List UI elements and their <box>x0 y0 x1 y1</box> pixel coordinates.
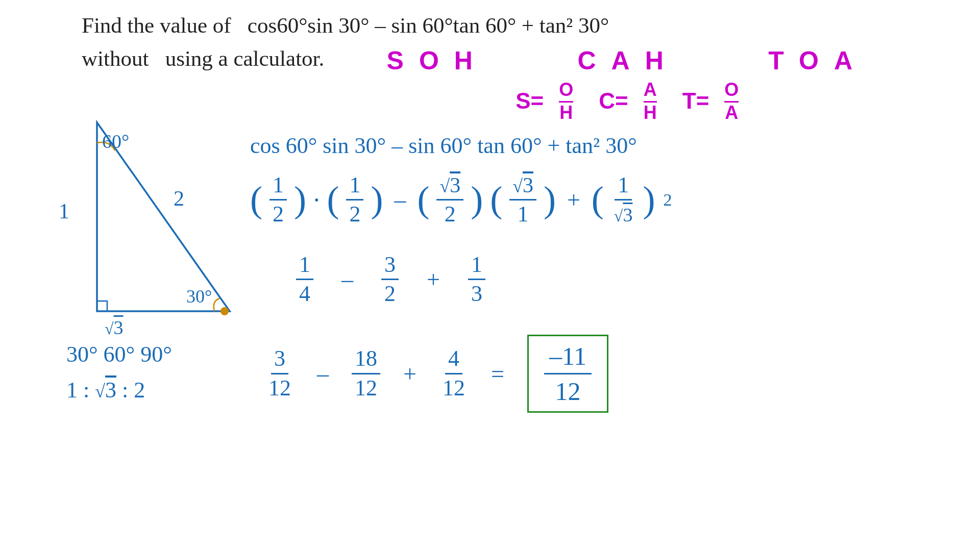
frac-num: √3 <box>436 173 463 201</box>
close-paren1: ) <box>294 183 306 216</box>
frac-sqrt3-1: √3 1 <box>509 173 536 227</box>
frac-num: 1 <box>615 173 632 201</box>
frac-den: 4 <box>296 280 313 306</box>
expression-line: cos 60° sin 30° – sin 60° tan 60° + tan²… <box>250 133 939 159</box>
sohcahtoa-row2: S= O H C= A H T= O A <box>387 80 868 122</box>
t-fraction: O A <box>724 80 739 122</box>
frac-den: 2 <box>442 201 459 227</box>
frac-4-12: 4 12 <box>439 346 468 400</box>
frac-den: 2 <box>381 280 399 306</box>
frac-3-2: 3 2 <box>381 253 399 307</box>
angle-60-label: 60° <box>102 130 129 153</box>
plus-op2: + <box>427 266 440 293</box>
substituted-line: ( 1 2 ) · ( 1 2 ) – ( √3 2 ) ( √3 <box>250 173 939 227</box>
ratio-angles: 30° 60° 90° <box>66 337 172 372</box>
t-denominator: A <box>725 103 738 123</box>
close-paren2: ) <box>371 183 383 216</box>
frac-num: 4 <box>445 346 462 374</box>
frac-3-12: 3 12 <box>265 346 294 400</box>
close-paren4: ) <box>544 183 556 216</box>
side-1-label: 1 <box>59 199 69 223</box>
result-denominator: 12 <box>555 374 580 406</box>
t-label: T= <box>682 88 709 114</box>
frac-den: 12 <box>352 374 380 400</box>
frac-num: 3 <box>381 253 399 280</box>
frac-num: 1 <box>270 173 287 201</box>
frac-num: 3 <box>271 346 288 374</box>
equals-op: = <box>491 360 504 387</box>
svg-point-1 <box>220 307 229 315</box>
frac-num: √3 <box>509 173 536 201</box>
frac-sqrt3-2: √3 2 <box>436 173 463 227</box>
s-denominator: H <box>559 103 573 123</box>
s-label: S= <box>516 88 544 114</box>
frac-num: 1 <box>346 173 363 201</box>
side-sqrt3-label: √3 <box>105 316 124 339</box>
open-paren1: ( <box>250 183 262 216</box>
minus-op3: – <box>317 360 329 387</box>
exponent-2: 2 <box>663 190 672 210</box>
frac-1-sqrt3: 1 √3 <box>611 173 636 227</box>
common-denominator-line: 3 12 – 18 12 + 4 12 = –11 12 <box>250 335 939 413</box>
frac-num: 18 <box>352 346 380 374</box>
frac-1-4: 1 4 <box>296 253 313 307</box>
frac-den: √3 <box>611 201 636 227</box>
c-denominator: H <box>644 103 657 123</box>
open-paren4: ( <box>490 183 502 216</box>
frac-1-2-b: 1 2 <box>346 173 363 227</box>
ratio-values: 1 : √3 : 2 <box>66 372 172 408</box>
open-paren3: ( <box>417 183 429 216</box>
c-numerator: A <box>644 80 657 103</box>
minus-op1: – <box>394 186 406 213</box>
close-paren3: ) <box>471 183 483 216</box>
s-numerator: O <box>559 80 573 103</box>
frac-den: 2 <box>346 201 363 227</box>
dot-operator: · <box>313 185 320 215</box>
open-paren5: ( <box>592 183 604 216</box>
minus-op2: – <box>341 266 353 293</box>
frac-den: 1 <box>514 201 532 227</box>
sohcahtoa-row1: SOH CAH TOA <box>387 46 868 76</box>
triangle-section: 60° 1 2 30° √3 <box>31 112 245 329</box>
open-paren2: ( <box>327 183 339 216</box>
angle-ratios: 30° 60° 90° 1 : √3 : 2 <box>66 337 172 409</box>
frac-den: 2 <box>270 201 287 227</box>
result-numerator: –11 <box>544 341 592 374</box>
c-label: C= <box>599 88 628 114</box>
frac-den: 12 <box>265 374 294 400</box>
plus-op3: + <box>403 360 416 387</box>
s-fraction: O H <box>559 80 573 122</box>
sohcahtoa-section: SOH CAH TOA S= O H C= A H T= O A <box>387 46 868 122</box>
angle-30-label: 30° <box>186 286 212 307</box>
math-work-area: cos 60° sin 30° – sin 60° tan 60° + tan²… <box>250 133 939 413</box>
problem-line1: Find the value of cos60°sin 30° – sin 60… <box>82 9 609 42</box>
c-fraction: A H <box>644 80 657 122</box>
plus-op1: + <box>567 186 580 213</box>
frac-num: 1 <box>468 253 485 280</box>
main-container: { "problem": { "line1": "Find the value … <box>0 0 980 551</box>
result-box: –11 12 <box>527 335 608 413</box>
t-numerator: O <box>724 80 739 103</box>
side-2-label: 2 <box>174 186 184 211</box>
frac-18-12: 18 12 <box>352 346 380 400</box>
frac-den: 12 <box>439 374 468 400</box>
frac-den: 3 <box>468 280 485 306</box>
close-paren5: ) <box>643 183 655 216</box>
simplified-line: 1 4 – 3 2 + 1 3 <box>250 253 939 307</box>
frac-num: 1 <box>296 253 313 280</box>
frac-1-2-a: 1 2 <box>270 173 287 227</box>
frac-1-3: 1 3 <box>468 253 485 307</box>
